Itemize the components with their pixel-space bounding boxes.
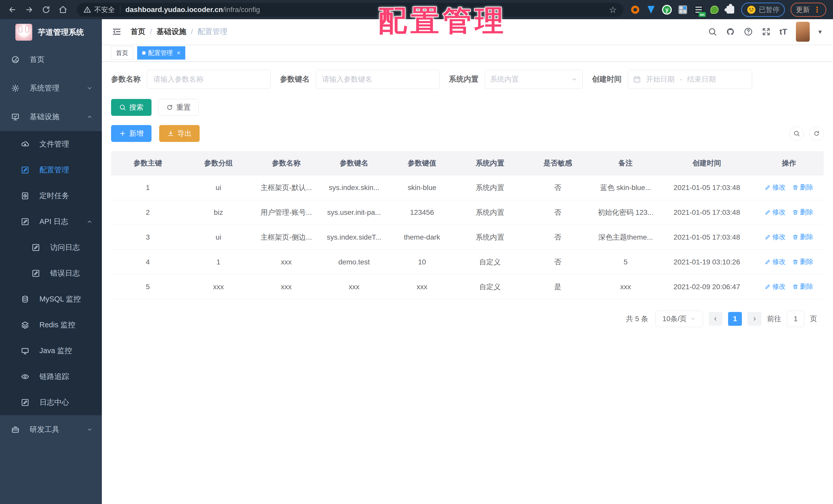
search-button[interactable]: 搜索 <box>111 99 151 116</box>
filter-form: 参数名称 参数键名 系统内置 系统内置 创建时间 开始日期 - 结束日期 <box>111 70 824 89</box>
next-page-button[interactable] <box>747 312 761 326</box>
browser-extensions: y on 已暂停 更新 ⋮ <box>630 3 826 17</box>
cell: xxx <box>388 274 456 299</box>
pagination-total: 共 5 条 <box>626 314 648 324</box>
sidebar-item-config-manage[interactable]: 配置管理 <box>0 157 102 183</box>
edit-square-icon <box>32 244 40 252</box>
dashboard-icon <box>11 55 20 64</box>
sidebar-item-access-logs[interactable]: 访问日志 <box>0 234 102 260</box>
emoji-avatar-icon <box>746 5 756 15</box>
cell: 主框架页-默认... <box>252 175 320 200</box>
sidebar-item-file-manage[interactable]: 文件管理 <box>0 131 102 157</box>
browser-back-button[interactable] <box>7 4 18 15</box>
delete-link[interactable]: 删除 <box>792 208 813 217</box>
delete-link[interactable]: 删除 <box>792 282 813 291</box>
cell: 否 <box>524 175 592 200</box>
toggle-search-button[interactable] <box>789 126 804 141</box>
sidebar-item-scheduled-jobs[interactable]: 定时任务 <box>0 183 102 209</box>
edit-link[interactable]: 修改 <box>765 208 786 217</box>
edit-link[interactable]: 修改 <box>765 282 786 291</box>
sidebar-item-infra[interactable]: 基础设施 <box>0 103 102 131</box>
sidebar-item-error-logs[interactable]: 错误日志 <box>0 260 102 286</box>
cell-actions: 修改删除 <box>754 250 824 274</box>
page-size-select[interactable]: 10条/页 <box>656 311 703 327</box>
sidebar-item-api-logs[interactable]: API 日志 <box>0 209 102 234</box>
tag-home[interactable]: 首页 <box>111 46 133 59</box>
profile-paused-chip[interactable]: 已暂停 <box>741 3 785 17</box>
breadcrumb-infra[interactable]: 基础设施 <box>157 27 186 37</box>
col-header: 备注 <box>592 151 660 175</box>
param-key-input[interactable] <box>316 70 440 89</box>
bookmark-star-icon[interactable]: ☆ <box>609 5 617 15</box>
browser-reload-button[interactable] <box>41 4 52 15</box>
help-icon[interactable] <box>744 27 753 36</box>
export-button[interactable]: 导出 <box>159 125 199 142</box>
eye-icon <box>21 373 29 381</box>
sidebar-item-label: 系统管理 <box>30 83 60 93</box>
current-page-button[interactable]: 1 <box>728 312 742 326</box>
system-builtin-select[interactable]: 系统内置 <box>485 70 583 89</box>
extension-leaf-icon[interactable] <box>709 5 720 15</box>
breadcrumb-home[interactable]: 首页 <box>130 27 145 37</box>
sidebar-item-log-center[interactable]: 日志中心 <box>0 389 102 415</box>
cell-actions: 修改删除 <box>754 274 824 299</box>
browser-forward-button[interactable] <box>24 4 35 15</box>
avatar-caret-icon[interactable]: ▾ <box>818 28 822 36</box>
extension-green-icon[interactable]: y <box>662 5 672 15</box>
extension-list-icon[interactable]: on <box>693 5 704 15</box>
sidebar-item-mysql-monitor[interactable]: MySQL 监控 <box>0 286 102 312</box>
app-logo-row[interactable]: 芋道管理系统 <box>0 19 102 45</box>
refresh-table-button[interactable] <box>809 126 824 141</box>
sidebar-fold-icon[interactable] <box>112 27 122 37</box>
edit-link[interactable]: 修改 <box>765 257 786 266</box>
cell: 蓝色 skin-blue... <box>592 175 660 200</box>
monitor-check-icon <box>11 113 20 121</box>
browser-update-button[interactable]: 更新 ⋮ <box>790 3 826 17</box>
col-header: 系统内置 <box>456 151 524 175</box>
address-bar[interactable]: 不安全 dashboard.yudao.iocoder.cn /infra/co… <box>77 3 623 17</box>
search-icon[interactable] <box>708 27 717 36</box>
sidebar-item-trace[interactable]: 链路追踪 <box>0 363 102 389</box>
download-icon <box>167 130 174 137</box>
url-host: dashboard.yudao.iocoder.cn <box>125 6 223 14</box>
extension-grid-icon[interactable] <box>678 5 688 15</box>
sidebar-item-label: 日志中心 <box>40 397 69 408</box>
edit-link[interactable]: 修改 <box>765 183 786 192</box>
add-button[interactable]: 新增 <box>111 125 151 142</box>
sidebar: 芋道管理系统 首页 系统管理 基础设施 文件管理 配置管理 定时任务 API 日… <box>0 19 102 504</box>
sidebar-item-label: 配置管理 <box>40 165 69 175</box>
sidebar-item-dev-tools[interactable]: 研发工具 <box>0 415 102 444</box>
sidebar-item-system[interactable]: 系统管理 <box>0 74 102 103</box>
delete-link[interactable]: 删除 <box>792 183 813 192</box>
reset-button-label: 重置 <box>176 103 191 112</box>
reset-button[interactable]: 重置 <box>158 99 198 116</box>
cell: 2021-02-09 20:06:47 <box>660 274 754 299</box>
close-icon[interactable]: × <box>177 49 181 56</box>
chevron-up-icon <box>87 114 93 120</box>
github-icon[interactable] <box>726 27 735 36</box>
user-avatar[interactable] <box>796 22 810 42</box>
extension-donut-icon[interactable] <box>630 5 640 15</box>
sidebar-item-label: 错误日志 <box>50 268 80 278</box>
cell: xxx <box>252 274 320 299</box>
sidebar-item-java-monitor[interactable]: Java 监控 <box>0 338 102 363</box>
extension-puzzle-icon[interactable] <box>725 5 736 15</box>
date-range-picker[interactable]: 开始日期 - 结束日期 <box>628 70 752 89</box>
cell: xxx <box>185 274 252 299</box>
font-size-icon[interactable]: tT <box>780 27 787 36</box>
chevron-down-icon <box>571 76 577 82</box>
browser-home-button[interactable] <box>57 4 69 15</box>
delete-link[interactable]: 删除 <box>792 232 813 242</box>
cell: 4 <box>111 250 185 274</box>
extension-pin-icon[interactable] <box>646 5 656 15</box>
sidebar-item-home[interactable]: 首页 <box>0 45 102 74</box>
goto-page-input[interactable] <box>787 311 804 327</box>
sidebar-item-redis-monitor[interactable]: Redis 监控 <box>0 312 102 338</box>
delete-link[interactable]: 删除 <box>792 257 813 266</box>
browser-menu-icon[interactable]: ⋮ <box>813 7 821 12</box>
edit-link[interactable]: 修改 <box>765 232 786 242</box>
fullscreen-icon[interactable] <box>762 27 771 36</box>
param-name-input[interactable] <box>147 70 271 89</box>
prev-page-button[interactable] <box>709 312 722 326</box>
tag-config-active[interactable]: 配置管理 × <box>137 46 185 59</box>
